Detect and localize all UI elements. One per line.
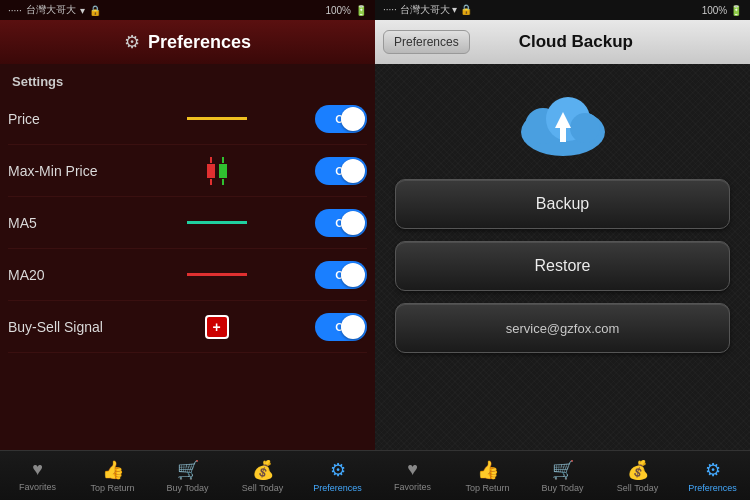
preferences-icon: ⚙ (330, 459, 346, 481)
r-buy-today-label: Buy Today (542, 483, 584, 493)
buy-today-label: Buy Today (167, 483, 209, 493)
buysell-indicator: + (118, 315, 315, 339)
r-top-return-icon: 👍 (477, 459, 499, 481)
left-status-bar: ····· 台灣大哥大 ▾ 🔒 100% 🔋 (0, 0, 375, 20)
preferences-label: Preferences (313, 483, 362, 493)
right-carrier-name: 台灣大哥大 (400, 4, 450, 15)
battery-icon: 🔋 (355, 5, 367, 16)
cloud-section (375, 64, 750, 169)
r-favorites-icon: ♥ (407, 459, 418, 480)
candlestick (207, 157, 227, 185)
tab-sell-today-left[interactable]: 💰 Sell Today (225, 451, 300, 500)
left-header: ⚙ Preferences (0, 20, 375, 64)
restore-button[interactable]: Restore (395, 241, 730, 291)
right-header: Preferences Cloud Backup (375, 20, 750, 64)
ma5-line (187, 221, 247, 224)
left-status-carrier: ····· 台灣大哥大 ▾ 🔒 (8, 3, 101, 17)
sell-today-icon: 💰 (252, 459, 274, 481)
r-sell-today-icon: 💰 (627, 459, 649, 481)
settings-list: Price ON Max-Min Price (0, 93, 375, 450)
setting-name-buysell: Buy-Sell Signal (8, 319, 118, 335)
svg-point-3 (570, 113, 600, 143)
ma5-indicator (118, 221, 315, 224)
right-battery: 100% 🔋 (702, 5, 742, 16)
right-battery-icon: 🔋 (730, 5, 742, 16)
price-indicator (118, 117, 315, 120)
lock-icon: 🔒 (89, 5, 101, 16)
setting-name-price: Price (8, 111, 118, 127)
ma5-toggle[interactable]: ON (315, 209, 367, 237)
maxmin-indicator (118, 157, 315, 185)
ma20-toggle-knob (341, 263, 365, 287)
r-buy-today-icon: 🛒 (552, 459, 574, 481)
r-preferences-icon: ⚙ (705, 459, 721, 481)
favorites-icon: ♥ (32, 459, 43, 480)
r-sell-today-label: Sell Today (617, 483, 658, 493)
r-preferences-label: Preferences (688, 483, 737, 493)
tab-top-return-left[interactable]: 👍 Top Return (75, 451, 150, 500)
setting-row-ma5: MA5 ON (8, 197, 367, 249)
tab-buy-today-left[interactable]: 🛒 Buy Today (150, 451, 225, 500)
left-header-title: Preferences (148, 32, 251, 53)
top-return-label: Top Return (90, 483, 134, 493)
email-button[interactable]: service@gzfox.com (395, 303, 730, 353)
tab-top-return-right[interactable]: 👍 Top Return (450, 451, 525, 500)
candle-red (207, 157, 215, 185)
ma20-line (187, 273, 247, 276)
battery-pct: 100% (325, 5, 351, 16)
action-buttons: Backup Restore service@gzfox.com (375, 169, 750, 450)
buysell-toggle-knob (341, 315, 365, 339)
setting-row-maxmin: Max-Min Price ON (8, 145, 367, 197)
ma5-toggle-knob (341, 211, 365, 235)
candle-green (219, 157, 227, 185)
right-status-bar: ····· 台灣大哥大 ▾ 🔒 100% 🔋 (375, 0, 750, 20)
setting-row-ma20: MA20 ON (8, 249, 367, 301)
settings-label: Settings (0, 64, 375, 93)
setting-row-buysell: Buy-Sell Signal + ON (8, 301, 367, 353)
setting-row-price: Price ON (8, 93, 367, 145)
backup-button[interactable]: Backup (395, 179, 730, 229)
tab-preferences-right[interactable]: ⚙ Preferences (675, 451, 750, 500)
price-line (187, 117, 247, 120)
signal-dots: ····· (8, 5, 22, 16)
favorites-label: Favorites (19, 482, 56, 492)
setting-name-maxmin: Max-Min Price (8, 163, 118, 179)
tab-preferences-left[interactable]: ⚙ Preferences (300, 451, 375, 500)
right-carrier: ····· 台灣大哥大 ▾ 🔒 (383, 3, 472, 17)
left-status-right: 100% 🔋 (325, 5, 367, 16)
price-toggle[interactable]: ON (315, 105, 367, 133)
right-header-title: Cloud Backup (470, 32, 682, 52)
maxmin-toggle-knob (341, 159, 365, 183)
buy-today-icon: 🛒 (177, 459, 199, 481)
ma20-indicator (118, 273, 315, 276)
r-top-return-label: Top Return (465, 483, 509, 493)
maxmin-toggle[interactable]: ON (315, 157, 367, 185)
tab-sell-today-right[interactable]: 💰 Sell Today (600, 451, 675, 500)
tab-favorites-right[interactable]: ♥ Favorites (375, 451, 450, 500)
sell-today-label: Sell Today (242, 483, 283, 493)
setting-name-ma20: MA20 (8, 267, 118, 283)
right-battery-pct: 100% (702, 5, 728, 16)
tab-favorites-left[interactable]: ♥ Favorites (0, 451, 75, 500)
right-signal-dots: ····· (383, 4, 400, 15)
price-toggle-knob (341, 107, 365, 131)
tab-buy-today-right[interactable]: 🛒 Buy Today (525, 451, 600, 500)
top-return-icon: 👍 (102, 459, 124, 481)
right-tab-bar: ♥ Favorites 👍 Top Return 🛒 Buy Today 💰 S… (375, 450, 750, 500)
right-panel: ····· 台灣大哥大 ▾ 🔒 100% 🔋 Preferences Cloud… (375, 0, 750, 500)
cloud-backup-icon (513, 84, 613, 159)
carrier-name: 台灣大哥大 (26, 3, 76, 17)
wifi-icon: ▾ (80, 5, 85, 16)
buysell-toggle[interactable]: ON (315, 313, 367, 341)
buysell-icon: + (205, 315, 229, 339)
right-wifi-icon: ▾ 🔒 (452, 4, 472, 15)
r-favorites-label: Favorites (394, 482, 431, 492)
back-button[interactable]: Preferences (383, 30, 470, 54)
gear-icon: ⚙ (124, 31, 140, 53)
setting-name-ma5: MA5 (8, 215, 118, 231)
left-panel: ····· 台灣大哥大 ▾ 🔒 100% 🔋 ⚙ Preferences Set… (0, 0, 375, 500)
ma20-toggle[interactable]: ON (315, 261, 367, 289)
left-tab-bar: ♥ Favorites 👍 Top Return 🛒 Buy Today 💰 S… (0, 450, 375, 500)
